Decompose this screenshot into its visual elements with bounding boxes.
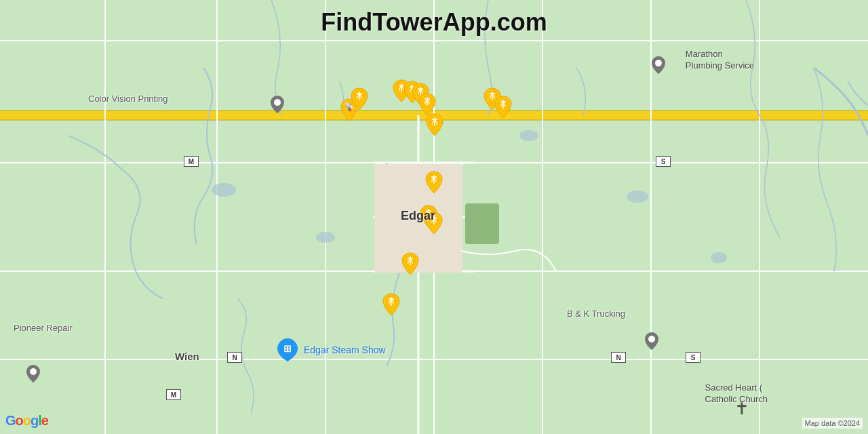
svg-point-27 xyxy=(316,232,335,243)
svg-point-35 xyxy=(648,336,655,342)
svg-point-26 xyxy=(627,191,648,203)
route-box-S2: S xyxy=(686,352,701,363)
google-logo: Google xyxy=(5,413,48,429)
tower-marker-12[interactable] xyxy=(381,292,401,317)
route-box-N1: N xyxy=(227,352,242,363)
bk-label: B & K Trucking xyxy=(567,309,625,319)
map-container[interactable]: FindTowerApp.com 📡 🗼 Color Vision Printi… xyxy=(0,0,868,434)
route-box-M1: M xyxy=(184,156,199,167)
tower-marker-11[interactable] xyxy=(400,252,420,276)
route-box-S1: S xyxy=(656,156,671,167)
svg-point-25 xyxy=(519,130,538,141)
pioneer-label: Pioneer Repair xyxy=(14,323,73,333)
route-box-N2: N xyxy=(611,352,626,363)
pioneer-pin[interactable] xyxy=(26,364,41,386)
svg-text:⊞: ⊞ xyxy=(283,343,292,354)
svg-rect-29 xyxy=(465,203,499,244)
svg-point-33 xyxy=(655,60,662,66)
sacred-heart-label: Sacred Heart ( Catholic Church xyxy=(705,382,768,406)
steam-show-label: Edgar Steam Show xyxy=(304,344,386,355)
tower-marker-5[interactable] xyxy=(425,113,445,137)
steam-show-marker[interactable]: ⊞ xyxy=(275,337,300,366)
route-box-M2: M xyxy=(166,389,181,400)
map-attribution: Map data ©2024 xyxy=(802,418,863,429)
svg-point-32 xyxy=(274,99,281,106)
edgar-city-label: Edgar xyxy=(401,209,435,223)
color-vision-pin[interactable] xyxy=(270,95,285,117)
tower-marker-8[interactable] xyxy=(424,170,444,195)
bk-pin[interactable] xyxy=(644,332,659,353)
page-title: FindTowerApp.com xyxy=(321,8,547,37)
marathon-pin[interactable] xyxy=(651,56,666,77)
svg-point-23 xyxy=(212,183,236,197)
wien-label: Wien xyxy=(175,351,199,362)
color-vision-label: Color Vision Printing xyxy=(88,94,168,104)
marathon-label: Marathon Plumbing Service xyxy=(686,49,754,72)
svg-point-34 xyxy=(30,368,37,375)
tower-marker-0[interactable] xyxy=(349,87,370,111)
svg-point-24 xyxy=(711,252,727,263)
tower-marker-7[interactable] xyxy=(493,95,513,119)
